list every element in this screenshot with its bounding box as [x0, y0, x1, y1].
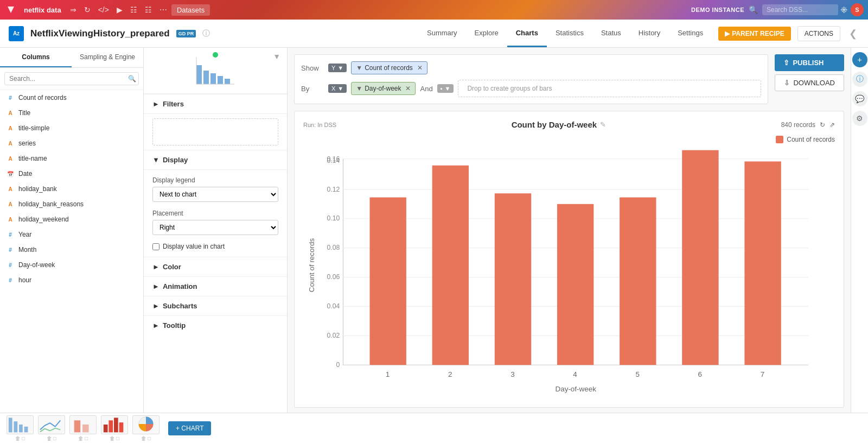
app-logo: [4, 3, 17, 16]
nav-icon-refresh[interactable]: ↻: [82, 4, 93, 15]
group-drop-zone[interactable]: Drop to create groups of bars: [458, 80, 761, 97]
day-of-week-field[interactable]: ▼ Day-of-week ✕: [351, 82, 416, 95]
count-of-records-field[interactable]: ▼ Count of records ✕: [351, 61, 427, 74]
color-arrow-icon: ►: [152, 263, 159, 271]
grid-icon[interactable]: ⁜: [840, 5, 847, 15]
download-button[interactable]: ⇩ DOWNLOAD: [775, 74, 844, 91]
column-item-holiday-weekend[interactable]: A holiday_weekend: [0, 212, 143, 227]
tab-settings[interactable]: Settings: [669, 20, 712, 47]
thumb-chart-3[interactable]: 🗑 □: [69, 415, 97, 441]
publish-button[interactable]: ⇧ PUBLISH: [775, 54, 844, 71]
thumb-copy-icon-1[interactable]: □: [22, 435, 25, 441]
column-item-title-name[interactable]: A title-name: [0, 151, 143, 166]
placement-select[interactable]: Right Left Top Bottom: [152, 220, 278, 235]
count-field-remove[interactable]: ✕: [417, 64, 423, 72]
bar-5: [620, 198, 656, 365]
right-icon-add[interactable]: +: [852, 52, 867, 67]
tab-history[interactable]: History: [630, 20, 669, 47]
show-config-row: Show Y ▼ ▼ Count of records ✕: [301, 61, 761, 74]
sidebar-tab-sampling[interactable]: Sampling & Engine: [72, 48, 143, 67]
bar-6: [682, 150, 718, 365]
day-field-remove[interactable]: ✕: [405, 85, 411, 92]
right-icon-comment[interactable]: 💬: [852, 91, 867, 106]
download-icon: ⇩: [784, 79, 790, 87]
tooltip-section-header[interactable]: ► Tooltip: [144, 315, 287, 335]
thumb-chart-1[interactable]: 🗑 □: [7, 415, 34, 441]
add-chart-button[interactable]: + CHART: [168, 421, 211, 435]
right-icon-settings[interactable]: ⚙: [852, 111, 867, 126]
thumb-delete-icon-4[interactable]: 🗑: [110, 435, 115, 441]
tab-charts[interactable]: Charts: [507, 20, 547, 47]
thumb-chart-2[interactable]: 🗑 □: [38, 415, 65, 441]
col-name: series: [18, 140, 36, 147]
display-legend-select[interactable]: Next to chart Above chart Below chart Hi…: [152, 187, 278, 202]
refresh-icon[interactable]: ↻: [820, 121, 825, 129]
column-item-year[interactable]: # Year: [0, 227, 143, 242]
thumb-delete-icon-1[interactable]: 🗑: [15, 435, 21, 441]
tab-summary[interactable]: Summary: [418, 20, 466, 47]
column-item-day-of-week[interactable]: # Day-of-week: [0, 257, 143, 273]
y-axis-badge[interactable]: Y ▼: [328, 64, 347, 72]
column-item-date[interactable]: 📅 Date: [0, 166, 143, 181]
filters-drop-zone[interactable]: [152, 118, 278, 145]
thumb-copy-icon-2[interactable]: □: [53, 435, 56, 441]
chevron-down-icon[interactable]: ▼: [273, 52, 280, 61]
sidebar-tab-columns[interactable]: Columns: [0, 48, 72, 67]
show-dropdowns: Y ▼ ▼ Count of records ✕: [328, 61, 761, 74]
tab-statistics[interactable]: Statistics: [547, 20, 592, 47]
thumb-chart-4[interactable]: 🗑 □: [101, 415, 128, 441]
user-avatar[interactable]: S: [851, 3, 864, 16]
animation-section-header[interactable]: ► Animation: [144, 276, 287, 296]
back-button[interactable]: ❮: [847, 26, 859, 42]
nav-icon-more[interactable]: ⋯: [157, 4, 169, 15]
column-item-month[interactable]: # Month: [0, 242, 143, 257]
nav-icon-arrow[interactable]: ⇒: [68, 4, 79, 15]
column-item-title-simple[interactable]: A title-simple: [0, 121, 143, 136]
datasets-button[interactable]: Datasets: [171, 4, 210, 16]
day-field-arrow: ▼: [356, 85, 362, 92]
show-label: Show: [301, 64, 323, 72]
group-axis-badge[interactable]: ▪ ▼: [437, 84, 454, 93]
display-section-header[interactable]: ▼ Display: [144, 150, 287, 169]
nav-icon-play[interactable]: ▶: [114, 4, 125, 15]
thumb-delete-icon-5[interactable]: 🗑: [141, 435, 146, 441]
thumb-copy-icon-4[interactable]: □: [116, 435, 119, 441]
display-value-checkbox[interactable]: [152, 243, 159, 250]
thumb-delete-icon-2[interactable]: 🗑: [47, 435, 52, 441]
column-item-count-of-records[interactable]: # Count of records: [0, 90, 143, 105]
parent-recipe-button[interactable]: ▶ PARENT RECIPE: [718, 27, 790, 41]
tab-status[interactable]: Status: [592, 20, 630, 47]
chart-controls-row: Show Y ▼ ▼ Count of records ✕: [294, 54, 844, 104]
nav-icon-grid[interactable]: ☷: [143, 4, 154, 15]
nav-icon-code[interactable]: </>: [96, 4, 111, 15]
thumb-chart-5[interactable]: 🗑 □: [132, 415, 159, 441]
chart-display: Run: In DSS Count by Day-of-week ✎ 840 r…: [294, 111, 844, 408]
column-item-title[interactable]: A Title: [0, 105, 143, 121]
col-type-string-icon: A: [7, 216, 14, 223]
thumb-copy-icon-5[interactable]: □: [148, 435, 151, 441]
edit-title-icon[interactable]: ✎: [600, 121, 606, 129]
color-section-header[interactable]: ► Color: [144, 257, 287, 276]
column-item-holiday-bank[interactable]: A holiday_bank: [0, 181, 143, 197]
actions-button[interactable]: ACTIONS: [797, 26, 840, 41]
col-type-numeric-icon: #: [7, 246, 14, 254]
search-icon[interactable]: 🔍: [746, 4, 760, 15]
svg-text:0.08: 0.08: [327, 244, 340, 251]
right-icon-info[interactable]: ⓘ: [852, 72, 867, 87]
expand-icon[interactable]: ⇗: [829, 121, 835, 129]
x-axis-badge[interactable]: X ▼: [328, 84, 347, 93]
columns-sidebar: Columns Sampling & Engine 🔍 # Count of r…: [0, 48, 144, 413]
subcharts-section-header[interactable]: ► Subcharts: [144, 296, 287, 315]
search-input[interactable]: [762, 4, 838, 15]
column-item-holiday-bank-reasons[interactable]: A holiday_bank_reasons: [0, 197, 143, 212]
info-circle-icon[interactable]: ⓘ: [202, 29, 210, 39]
thumb-copy-icon-3[interactable]: □: [85, 435, 88, 441]
filters-section-header[interactable]: ► Filters: [144, 94, 287, 113]
column-search-input[interactable]: [4, 72, 139, 85]
nav-icon-table[interactable]: ☷: [128, 4, 139, 15]
tab-explore[interactable]: Explore: [466, 20, 507, 47]
column-item-series[interactable]: A series: [0, 136, 143, 151]
thumb-delete-icon-3[interactable]: 🗑: [78, 435, 84, 441]
display-value-label[interactable]: Display value in chart: [163, 243, 225, 250]
column-item-hour[interactable]: # hour: [0, 273, 143, 288]
